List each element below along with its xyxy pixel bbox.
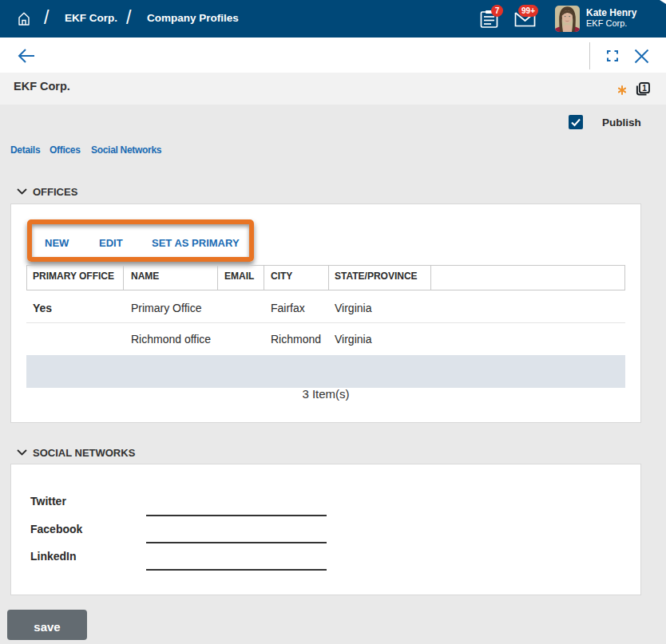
svg-text:1: 1 [642,84,647,93]
